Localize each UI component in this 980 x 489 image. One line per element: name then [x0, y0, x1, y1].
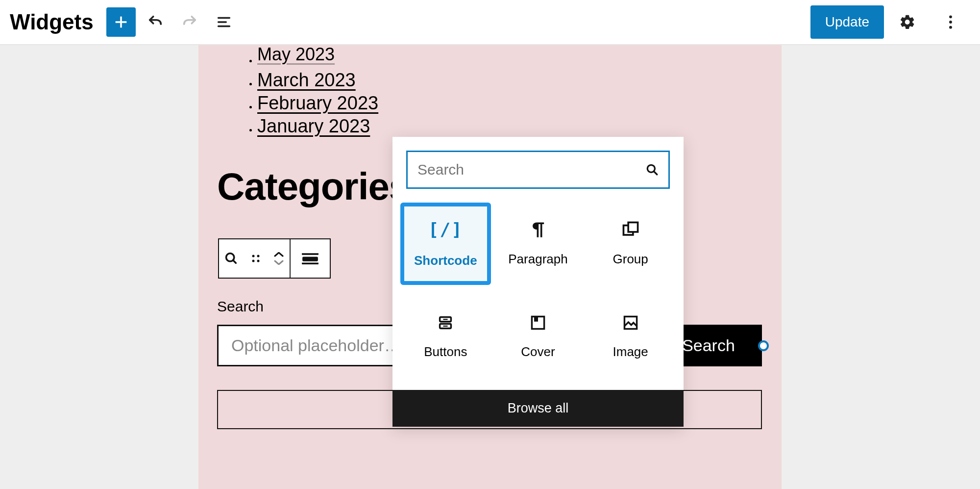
drag-icon — [251, 254, 261, 263]
inserter-grid: [/] Shortcode Paragraph Group Buttons — [392, 203, 684, 390]
block-option-shortcode[interactable]: [/] Shortcode — [400, 203, 491, 285]
block-type-button[interactable] — [219, 239, 244, 278]
page-title: Widgets — [10, 10, 94, 34]
svg-point-7 — [949, 26, 952, 29]
block-option-buttons[interactable]: Buttons — [400, 296, 491, 378]
block-option-label: Group — [613, 252, 648, 267]
block-option-image[interactable]: Image — [585, 296, 676, 378]
add-block-button[interactable] — [106, 7, 136, 37]
move-arrows[interactable] — [268, 239, 291, 278]
block-option-label: Paragraph — [508, 252, 567, 267]
svg-line-9 — [233, 260, 236, 263]
align-wide-icon — [302, 252, 318, 265]
svg-point-11 — [257, 255, 260, 257]
block-option-group[interactable]: Group — [585, 203, 676, 285]
buttons-icon — [438, 315, 453, 331]
archive-link[interactable]: March 2023 — [257, 70, 356, 90]
svg-rect-15 — [302, 257, 318, 261]
kebab-icon — [949, 14, 953, 30]
list-view-button[interactable] — [209, 7, 239, 37]
top-toolbar: Widgets Update — [0, 0, 980, 45]
svg-point-12 — [252, 260, 255, 262]
block-option-label: Cover — [521, 344, 555, 360]
archive-item: March 2023 — [257, 70, 763, 91]
block-option-label: Buttons — [424, 344, 467, 360]
search-icon — [224, 252, 238, 265]
archive-item: February 2023 — [257, 93, 763, 114]
redo-button[interactable] — [175, 7, 204, 37]
gear-icon — [899, 14, 916, 30]
image-icon — [623, 315, 638, 331]
group-icon — [622, 221, 639, 238]
widget-area: May 2023 March 2023 February 2023 Januar… — [198, 45, 782, 489]
drag-handle[interactable] — [244, 239, 268, 278]
archive-link[interactable]: February 2023 — [257, 93, 378, 113]
inserter-search-input[interactable] — [417, 161, 646, 178]
more-options-button[interactable] — [936, 7, 965, 37]
search-icon — [646, 163, 659, 176]
undo-button[interactable] — [141, 7, 170, 37]
block-toolbar — [218, 238, 331, 279]
align-button[interactable] — [291, 239, 330, 278]
shortcode-icon: [/] — [428, 219, 463, 239]
svg-point-6 — [949, 21, 952, 24]
plus-icon — [113, 14, 129, 30]
block-option-label: Image — [613, 344, 648, 360]
archives-list: May 2023 March 2023 February 2023 Januar… — [217, 47, 763, 137]
browse-all-button[interactable]: Browse all — [392, 390, 684, 427]
archive-item: January 2023 — [257, 116, 763, 137]
archive-link[interactable]: May 2023 — [257, 45, 335, 64]
archive-item: May 2023 — [257, 47, 763, 68]
redo-icon — [181, 14, 198, 30]
svg-point-5 — [949, 15, 952, 18]
paragraph-icon — [531, 221, 545, 238]
resize-handle[interactable] — [758, 340, 769, 351]
block-inserter-popup: [/] Shortcode Paragraph Group Buttons — [392, 137, 684, 427]
cover-icon — [530, 315, 546, 331]
archive-link[interactable]: January 2023 — [257, 116, 370, 136]
block-option-paragraph[interactable]: Paragraph — [493, 203, 584, 285]
chevron-down-icon — [274, 260, 284, 265]
block-option-label: Shortcode — [414, 253, 477, 268]
svg-rect-28 — [534, 316, 538, 321]
inserter-search — [406, 151, 670, 189]
svg-rect-22 — [628, 222, 637, 232]
undo-icon — [147, 14, 164, 30]
svg-point-10 — [252, 255, 255, 257]
settings-button[interactable] — [893, 7, 922, 37]
svg-rect-29 — [624, 316, 637, 329]
canvas-area: May 2023 March 2023 February 2023 Januar… — [0, 45, 980, 489]
chevron-up-icon — [274, 252, 284, 257]
svg-point-13 — [257, 260, 260, 262]
svg-line-20 — [654, 171, 657, 175]
list-view-icon — [216, 14, 232, 30]
block-option-cover[interactable]: Cover — [493, 296, 584, 378]
update-button[interactable]: Update — [810, 5, 884, 39]
